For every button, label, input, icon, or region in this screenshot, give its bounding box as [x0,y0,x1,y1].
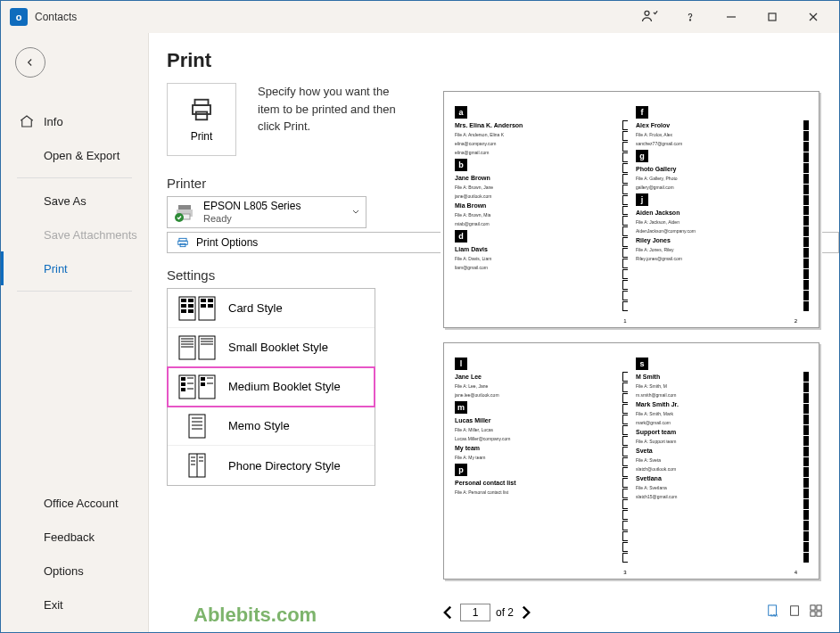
contact-name: M Smith [636,374,808,380]
actual-size-icon[interactable]: 100 [767,604,779,621]
close-button[interactable] [793,1,834,33]
chevron-down-icon [351,208,360,217]
memo-style-icon [178,414,216,439]
settings-item-label: Memo Style [228,419,290,432]
svg-rect-23 [181,304,186,308]
one-page-icon[interactable] [788,604,801,621]
contact-line: File A: Sveta [636,457,808,463]
contact-name: Jane Lee [455,374,627,380]
contact-line: Riley.jones@gmail.com [636,256,808,261]
contact-name: Aiden Jackson [636,210,808,216]
svg-rect-17 [178,241,188,244]
print-preview[interactable]: aMrs. Elina K. AndersonFile A: Anderson,… [441,91,822,583]
settings-card-style[interactable]: Card Style [168,289,375,328]
svg-rect-43 [181,382,185,386]
minimize-button[interactable] [711,1,752,33]
contact-line: File A: Support team [636,439,808,444]
nav-info[interactable]: Info [1,104,148,138]
maximize-button[interactable] [752,1,793,33]
settings-small-booklet[interactable]: Small Booklet Style [168,328,375,367]
print-button[interactable]: Print [167,83,236,156]
contact-line: File A: Davis, Liam [455,256,627,261]
phone-directory-icon [178,453,216,478]
print-options-label: Print Options [196,236,258,249]
settings-memo-style[interactable]: Memo Style [168,407,375,446]
contact-name: Mark Smith Jr. [636,401,808,407]
contact-line: m.smith@gmail.com [636,392,808,398]
contact-line: File A: Personal contact list [455,489,627,495]
outlook-icon: o [10,8,28,26]
contact-line: File A: Smith, M [636,383,808,389]
contact-name: Support team [636,429,808,435]
settings-item-label: Small Booklet Style [228,341,328,354]
nav-options[interactable]: Options [1,554,148,588]
nav-open-export[interactable]: Open & Export [1,138,148,172]
print-description: Specify how you want the item to be prin… [258,83,400,156]
letter-tab: p [455,464,467,476]
back-button[interactable] [15,47,45,78]
printer-dropdown[interactable]: EPSON L805 Series Ready [167,196,366,228]
home-icon [19,113,35,129]
settings-medium-booklet[interactable]: Medium Booklet Style [168,367,375,407]
svg-point-1 [689,20,690,21]
svg-rect-8 [196,112,208,120]
account-icon[interactable] [629,1,670,33]
page-input[interactable] [460,604,490,621]
letter-tab: m [455,401,467,414]
svg-rect-68 [817,605,821,610]
nav-print[interactable]: Print [1,251,148,285]
letter-tab: b [455,159,467,171]
page-number: 2 [795,318,797,324]
nav-exit[interactable]: Exit [1,588,148,621]
contact-line: gallery@gmail.com [636,185,808,190]
contact-line: elina@gmail.com [455,150,627,155]
settings-list: Card Style Small Booklet Style Medium Bo… [167,288,375,486]
svg-text:100: 100 [770,613,778,617]
svg-rect-42 [181,377,185,381]
contact-line: jane@outlook.com [455,193,627,199]
printer-status: Ready [203,213,301,224]
contact-line: liam@gmail.com [455,265,627,270]
svg-rect-28 [208,299,213,302]
nav-label: Info [44,115,63,128]
nav-save-attachments: Save Attachments [1,218,148,251]
printer-ready-icon [173,201,196,223]
svg-rect-22 [188,299,194,302]
contact-line: mark@gmail.com [636,420,808,425]
nav-label: Feedback [44,530,95,544]
contact-line: File A: Frolov, Alex [636,132,808,137]
nav-label: Save Attachments [44,228,137,242]
prev-page-button[interactable] [441,605,455,620]
letter-tab: l [455,358,467,370]
contact-line: sanchez77@gmail.com [636,141,808,146]
letter-tab: g [636,150,648,162]
card-style-icon [178,296,216,321]
contact-line: AidenJackson@company.com [636,228,808,234]
contact-line: miab@gmail.com [455,221,627,226]
contact-line: elina@company.com [455,141,627,146]
contact-name: Alex Frolov [636,122,808,128]
contact-line: File A: Brown, Mia [455,212,627,218]
svg-rect-44 [181,388,185,391]
nav-save-as[interactable]: Save As [1,184,148,218]
svg-rect-12 [178,205,191,210]
help-icon[interactable] [670,1,711,33]
settings-phone-directory[interactable]: Phone Directory Style [168,446,375,485]
contact-name: Mia Brown [455,202,627,209]
page-number: 1 [623,318,626,324]
window-title: Contacts [35,11,77,23]
contact-name: Mrs. Elina K. Anderson [455,122,627,128]
nav-office-account[interactable]: Office Account [1,486,148,520]
multiple-pages-icon[interactable] [810,604,822,621]
letter-tab: s [636,358,648,370]
contact-line: File A: My team [455,455,627,460]
contact-name: My team [455,445,627,451]
contact-line: File A: Svetlana [636,485,808,490]
next-page-button[interactable] [519,605,533,620]
svg-rect-3 [769,13,776,21]
nav-label: Office Account [44,497,119,510]
letter-tab: j [636,193,648,206]
printer-icon [188,96,215,123]
page-number: 3 [623,570,626,575]
nav-feedback[interactable]: Feedback [1,520,148,554]
